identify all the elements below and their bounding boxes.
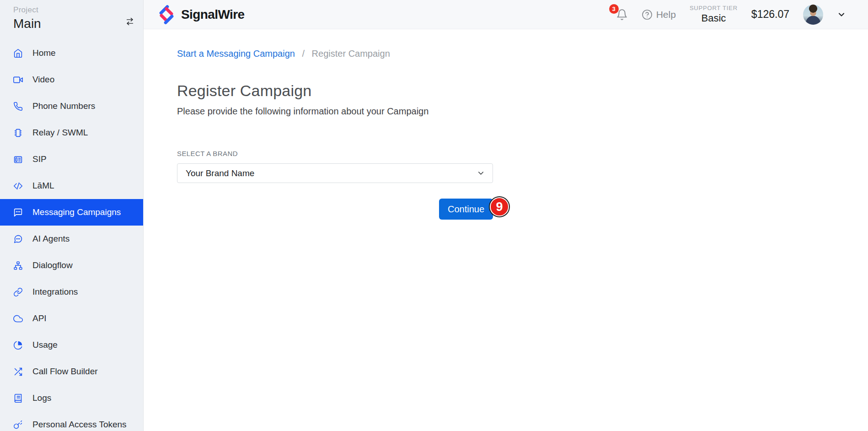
sidebar-item-messaging-campaigns[interactable]: Messaging Campaigns — [0, 199, 143, 226]
sidebar-item-phone-numbers[interactable]: Phone Numbers — [0, 93, 143, 119]
sidebar-item-label: Logs — [32, 393, 51, 403]
project-switcher: Project Main — [0, 0, 143, 31]
support-tier-value: Basic — [690, 12, 738, 25]
cloud-icon — [13, 314, 23, 323]
book-icon — [13, 393, 23, 403]
sidebar-item-label: AI Agents — [32, 234, 70, 244]
chevron-down-icon — [837, 10, 846, 19]
continue-button-label: Continue — [448, 204, 484, 214]
account-menu-button[interactable] — [837, 10, 846, 19]
sidebar-item-ai-agents[interactable]: AI Agents — [0, 226, 143, 252]
annotation-marker-9: 9 — [490, 197, 509, 216]
sidebar-item-call-flow-builder[interactable]: Call Flow Builder — [0, 358, 143, 385]
help-circle-icon — [642, 9, 653, 20]
sidebar-item-usage[interactable]: Usage — [0, 332, 143, 358]
chevron-down-icon — [477, 169, 485, 178]
brand-wordmark: SignalWire — [181, 7, 244, 22]
brand-select-value: Your Brand Name — [186, 168, 254, 178]
sidebar-item-integrations[interactable]: Integrations — [0, 279, 143, 305]
page-subtitle: Please provide the following information… — [177, 106, 868, 117]
swap-arrows-icon — [125, 16, 135, 27]
sidebar-item-logs[interactable]: Logs — [0, 385, 143, 411]
sidebar-item-label: Phone Numbers — [32, 101, 95, 111]
support-tier-label: SUPPORT TIER — [690, 5, 738, 12]
signalwire-logo-icon — [156, 5, 177, 25]
sidebar-item-laml[interactable]: LāML — [0, 172, 143, 199]
form-actions: Continue 9 — [177, 199, 493, 220]
app-window: Project Main Home Video Phone Numbers — [0, 0, 868, 431]
flow-chart-icon — [13, 261, 23, 270]
sidebar-item-label: SIP — [32, 154, 47, 164]
sidebar-nav: Home Video Phone Numbers Relay / SWML SI… — [0, 40, 143, 431]
sidebar-item-label: Video — [32, 75, 54, 85]
sidebar-item-dialogflow[interactable]: Dialogflow — [0, 252, 143, 279]
sidebar-item-label: Integrations — [32, 287, 78, 297]
message-square-icon — [13, 208, 23, 217]
sidebar-item-label: LāML — [32, 181, 54, 191]
sidebar-item-label: Messaging Campaigns — [32, 207, 121, 217]
support-tier: SUPPORT TIER Basic — [690, 5, 738, 25]
brand-select[interactable]: Your Brand Name — [177, 163, 493, 183]
code-icon — [13, 181, 23, 191]
shuffle-icon — [13, 367, 23, 377]
desk-phone-icon — [13, 155, 23, 164]
topbar: SignalWire 3 Help SUPPORT TIER Basic $12… — [144, 0, 868, 29]
breadcrumb: Start a Messaging Campaign / Register Ca… — [177, 48, 868, 59]
project-switch-button[interactable] — [125, 16, 135, 27]
main-area: SignalWire 3 Help SUPPORT TIER Basic $12… — [144, 0, 868, 431]
sidebar-item-personal-access-tokens[interactable]: Personal Access Tokens — [0, 411, 143, 431]
link-icon — [13, 287, 23, 297]
sidebar-item-label: Usage — [32, 340, 58, 350]
notification-badge: 3 — [609, 4, 619, 14]
sidebar-item-video[interactable]: Video — [0, 66, 143, 93]
page-content: Start a Messaging Campaign / Register Ca… — [144, 29, 868, 431]
video-camera-icon — [13, 75, 23, 85]
sidebar-item-label: Personal Access Tokens — [32, 420, 127, 430]
breadcrumb-separator: / — [302, 48, 305, 59]
home-icon — [13, 48, 23, 58]
pie-chart-icon — [13, 340, 23, 350]
sidebar-item-label: Dialogflow — [32, 260, 73, 270]
sidebar-item-label: Home — [32, 48, 56, 58]
account-balance: $126.07 — [751, 8, 789, 21]
breadcrumb-current: Register Campaign — [312, 48, 390, 59]
page-title: Register Campaign — [177, 82, 868, 100]
chat-bubble-icon — [13, 234, 23, 244]
continue-button[interactable]: Continue 9 — [439, 199, 493, 220]
sidebar-item-home[interactable]: Home — [0, 40, 143, 66]
phone-icon — [13, 102, 23, 111]
sidebar-item-label: API — [32, 313, 47, 323]
avatar[interactable] — [803, 5, 823, 25]
project-name: Main — [13, 16, 135, 31]
sidebar-item-relay-swml[interactable]: Relay / SWML — [0, 119, 143, 146]
project-label: Project — [13, 5, 135, 15]
sidebar-item-sip[interactable]: SIP — [0, 146, 143, 172]
sidebar: Project Main Home Video Phone Numbers — [0, 0, 144, 431]
sidebar-item-api[interactable]: API — [0, 305, 143, 332]
help-label: Help — [656, 9, 676, 20]
notifications-button[interactable]: 3 — [616, 9, 628, 21]
breadcrumb-link-start-messaging-campaign[interactable]: Start a Messaging Campaign — [177, 48, 295, 59]
key-icon — [13, 420, 23, 430]
brand-select-label: SELECT A BRAND — [177, 150, 868, 157]
sidebar-item-label: Call Flow Builder — [32, 366, 98, 377]
sidebar-item-label: Relay / SWML — [32, 128, 88, 138]
signalwire-logo[interactable]: SignalWire — [156, 5, 244, 25]
help-button[interactable]: Help — [642, 9, 676, 20]
chip-icon — [13, 128, 23, 138]
